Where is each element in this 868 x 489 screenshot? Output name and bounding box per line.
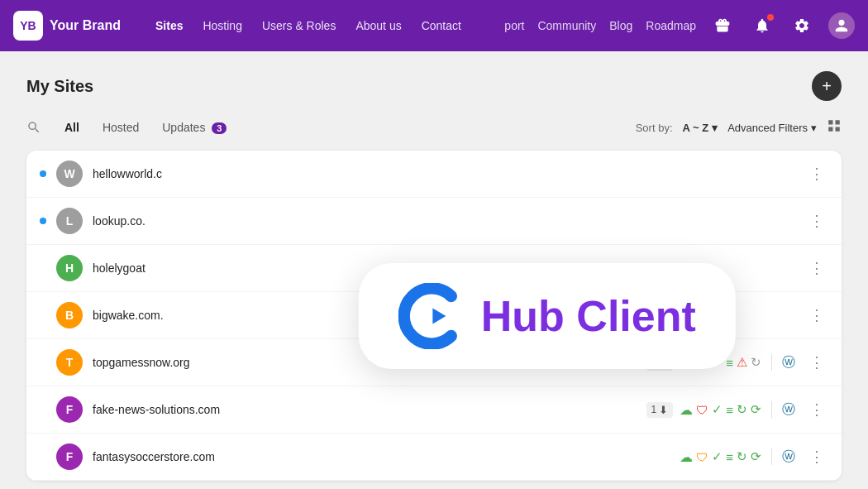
table-row[interactable]: L lookup.co. ⋮	[26, 198, 842, 245]
brand-icon: YB	[13, 11, 43, 41]
add-site-button[interactable]: +	[812, 71, 842, 101]
cloud-icon: ☁	[680, 355, 693, 371]
wordpress-icon: ⓦ	[782, 448, 795, 466]
sort-label: Sort by:	[636, 122, 673, 134]
site-avatar: F	[56, 443, 83, 470]
nav-sites[interactable]: Sites	[155, 19, 183, 32]
sync-icon: ↻	[751, 355, 761, 370]
main-content: My Sites + All Hosted Updates 3	[0, 51, 868, 489]
nav-left: Sites Hosting Users & Roles About us Con…	[155, 19, 504, 32]
nav-support[interactable]: port	[504, 19, 524, 32]
cloud-icon: ☁	[680, 449, 693, 465]
site-avatar: F	[56, 396, 83, 423]
warning-icon: ⚠	[737, 355, 747, 370]
update-count: 1 ⬇	[646, 402, 674, 418]
nav-hosting[interactable]: Hosting	[203, 19, 241, 32]
status-indicator	[40, 312, 46, 319]
site-name: fake-news-solutions.com	[93, 403, 637, 416]
grid-view-button[interactable]	[827, 118, 842, 137]
user-avatar-button[interactable]	[828, 12, 855, 39]
lines-icon: ≡	[726, 356, 733, 370]
page-header: My Sites +	[26, 71, 842, 101]
sites-list-card: W hellowworld.c ⋮ L lookup.co. ⋮ H holel…	[26, 151, 842, 481]
status-indicator	[40, 359, 46, 366]
site-name: bigwake.com.	[93, 309, 795, 322]
cloud-icon: ☁	[680, 402, 693, 418]
more-options-button[interactable]: ⋮	[805, 351, 828, 374]
filter-tabs: All Hosted Updates 3	[55, 117, 236, 137]
nav-roadmap[interactable]: Roadmap	[646, 19, 696, 32]
table-row[interactable]: F fake-news-solutions.com 1 ⬇ ☁ 🛡 ✓ ≡ ↻ …	[26, 386, 842, 434]
lines-icon: ≡	[726, 450, 733, 464]
add-icon: +	[822, 78, 832, 94]
check-icon: ✓	[712, 449, 723, 464]
status-indicator	[40, 265, 46, 271]
status-indicator	[40, 406, 46, 413]
site-meta: ☁ 🛡 ✓ ≡ ↻ ⟳ ⓦ	[680, 448, 795, 466]
separator	[771, 354, 772, 371]
notification-icon-button[interactable]	[749, 12, 775, 39]
search-button[interactable]	[26, 120, 41, 135]
status-indicator	[40, 218, 46, 224]
more-options-button[interactable]: ⋮	[805, 445, 828, 468]
sync-icon: ↻	[737, 402, 747, 417]
site-meta: 1 ⬇ ☁ 🛡 ✓ ≡ ↻ ⟳ ⓦ	[646, 401, 795, 419]
tab-hosted[interactable]: Hosted	[93, 117, 149, 137]
brand-name: Your Brand	[50, 18, 121, 33]
refresh-icon: ⟳	[751, 449, 761, 464]
nav-blog[interactable]: Blog	[609, 19, 632, 32]
content-area: My Sites + All Hosted Updates 3	[0, 51, 868, 489]
more-options-button[interactable]: ⋮	[805, 304, 828, 327]
advanced-filters-button[interactable]: Advanced Filters ▾	[727, 122, 817, 134]
site-icons: ☁ 🛡 ✓ ≡ ↻ ⟳	[680, 402, 761, 418]
status-indicator	[40, 453, 46, 460]
updates-badge: 3	[212, 122, 227, 134]
tab-updates[interactable]: Updates 3	[152, 117, 236, 137]
shield-icon: 🛡	[696, 356, 708, 370]
filter-right: Sort by: A ~ Z ▾ Advanced Filters ▾	[636, 118, 842, 137]
site-name: holelygoat	[93, 261, 795, 275]
nav-about[interactable]: About us	[355, 19, 401, 32]
table-row[interactable]: H holelygoat ⋮	[26, 245, 842, 292]
settings-icon-button[interactable]	[789, 12, 815, 39]
site-name: fantasysoccerstore.com	[93, 450, 670, 463]
more-options-button[interactable]: ⋮	[805, 162, 828, 185]
site-avatar: L	[56, 208, 83, 234]
site-icons: ☁ 🛡 ✓ ≡ ↻ ⟳	[680, 449, 761, 465]
site-name: lookup.co.	[93, 214, 795, 228]
table-row[interactable]: T topgamessnow.org 1 ⬇ ☁ 🛡 ✓ ≡ ⚠ ↻ ⓦ ⋮	[26, 339, 842, 386]
navbar: YB Your Brand Sites Hosting Users & Role…	[0, 0, 868, 51]
nav-users-roles[interactable]: Users & Roles	[262, 19, 336, 32]
separator	[771, 448, 772, 465]
check-icon: ✓	[712, 402, 723, 417]
more-options-button[interactable]: ⋮	[805, 209, 828, 233]
more-options-button[interactable]: ⋮	[805, 398, 828, 421]
site-name: topgamessnow.org	[93, 356, 637, 369]
sort-select[interactable]: A ~ Z ▾	[683, 122, 718, 134]
site-avatar: H	[56, 255, 83, 281]
table-row[interactable]: B bigwake.com. ⋮	[26, 292, 842, 339]
refresh-icon: ⟳	[751, 402, 761, 417]
sort-chevron-icon: ▾	[712, 122, 718, 134]
page-title: My Sites	[26, 77, 93, 96]
site-avatar: B	[56, 302, 83, 328]
table-row[interactable]: W hellowworld.c ⋮	[26, 151, 842, 198]
status-indicator	[40, 170, 46, 177]
update-count: 1 ⬇	[646, 355, 674, 371]
sync-icon: ↻	[737, 449, 747, 464]
nav-community[interactable]: Community	[537, 19, 596, 32]
more-options-button[interactable]: ⋮	[805, 256, 828, 280]
brand[interactable]: YB Your Brand	[13, 11, 129, 41]
site-avatar: W	[56, 161, 83, 187]
lines-icon: ≡	[726, 403, 733, 417]
wordpress-icon: ⓦ	[782, 401, 795, 419]
site-avatar: T	[56, 349, 83, 376]
check-icon: ✓	[712, 355, 723, 370]
separator	[771, 401, 772, 418]
gift-icon-button[interactable]	[709, 12, 736, 39]
table-row[interactable]: F fantasysoccerstore.com ☁ 🛡 ✓ ≡ ↻ ⟳ ⓦ ⋮	[26, 434, 842, 481]
site-meta: 1 ⬇ ☁ 🛡 ✓ ≡ ⚠ ↻ ⓦ	[646, 354, 795, 372]
wordpress-icon: ⓦ	[782, 354, 795, 372]
nav-contact[interactable]: Contact	[422, 19, 461, 32]
tab-all[interactable]: All	[55, 117, 89, 137]
